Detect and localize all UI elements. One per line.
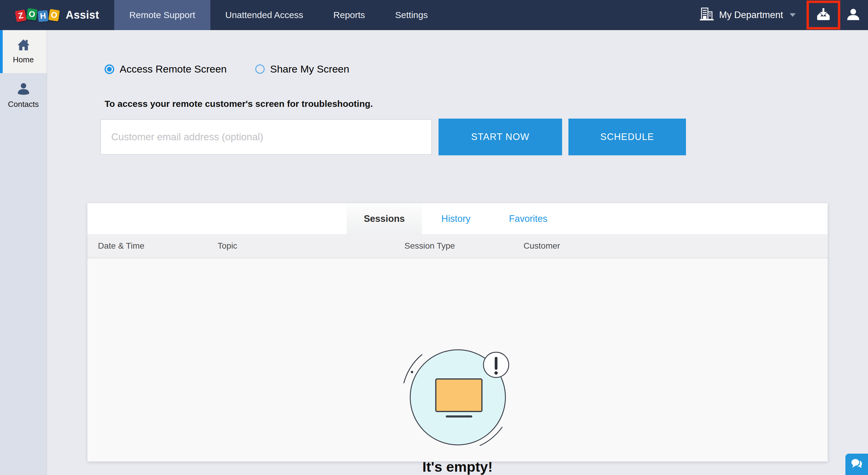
radio-label: Access Remote Screen [120, 63, 227, 75]
nav-item-unattended-access[interactable]: Unattended Access [210, 0, 318, 30]
department-label: My Department [719, 10, 783, 21]
start-now-button[interactable]: START NOW [438, 118, 562, 155]
tab-history[interactable]: History [422, 203, 490, 234]
radio-unselected-icon[interactable] [255, 64, 265, 74]
department-selector[interactable]: My Department [699, 7, 796, 24]
sessions-table-header: Date & Time Topic Session Type Customer [87, 234, 828, 258]
top-navbar: Z O H O Assist Remote Support Unattended… [0, 0, 868, 30]
annotation-highlight-box [807, 1, 840, 30]
download-button[interactable] [816, 8, 831, 23]
schedule-button[interactable]: SCHEDULE [568, 118, 686, 155]
sidebar-item-label: Home [13, 55, 34, 64]
empty-illustration [398, 342, 519, 464]
profile-button[interactable] [846, 8, 860, 23]
sidebar-item-label: Contacts [8, 100, 39, 109]
left-sidebar: Home Contacts [0, 30, 47, 475]
sidebar-item-contacts[interactable]: Contacts [0, 73, 47, 118]
primary-nav: Remote Support Unattended Access Reports… [114, 0, 443, 30]
zoho-tile-o1: O [26, 8, 38, 20]
sessions-tabbar: Sessions History Favorites [87, 203, 828, 234]
column-date-time: Date & Time [98, 234, 144, 258]
column-topic: Topic [218, 234, 237, 258]
chat-button[interactable] [845, 454, 868, 475]
contacts-icon [17, 83, 30, 97]
home-icon [17, 39, 30, 52]
navbar-right-cluster: My Department [699, 0, 868, 30]
download-icon [816, 8, 831, 23]
caret-down-icon [789, 13, 796, 17]
zoho-tile-h: H [38, 10, 49, 22]
nav-item-settings[interactable]: Settings [380, 0, 443, 30]
radio-selected-icon[interactable] [104, 64, 114, 74]
sessions-table-body: It's empty! Start scheduling remote supp… [87, 259, 828, 462]
building-icon [699, 7, 714, 24]
zoho-tile-z: Z [15, 9, 27, 22]
radio-access-remote-screen[interactable]: Access Remote Screen [104, 63, 227, 75]
sessions-panel: Sessions History Favorites Date & Time T… [87, 203, 828, 462]
session-mode-radios: Access Remote Screen Share My Screen [104, 63, 349, 75]
sidebar-item-home[interactable]: Home [0, 30, 47, 73]
customer-email-input[interactable] [100, 119, 432, 155]
nav-item-reports[interactable]: Reports [318, 0, 380, 30]
main-content: Access Remote Screen Share My Screen To … [47, 30, 868, 475]
radio-share-my-screen[interactable]: Share My Screen [255, 63, 349, 75]
empty-state-title: It's empty! [87, 459, 828, 475]
tab-favorites[interactable]: Favorites [490, 203, 567, 234]
product-name: Assist [66, 9, 99, 21]
zoho-logo: Z O H O [16, 10, 59, 21]
nav-item-remote-support[interactable]: Remote Support [114, 0, 210, 30]
column-customer: Customer [524, 234, 560, 258]
column-session-type: Session Type [404, 234, 455, 258]
radio-label: Share My Screen [270, 63, 349, 75]
user-icon [846, 8, 860, 23]
form-description: To access your remote customer's screen … [104, 99, 373, 109]
chat-icon [850, 459, 863, 470]
zoho-tile-o2: O [48, 9, 60, 21]
brand-logo[interactable]: Z O H O Assist [0, 0, 99, 30]
tab-sessions[interactable]: Sessions [347, 203, 422, 234]
